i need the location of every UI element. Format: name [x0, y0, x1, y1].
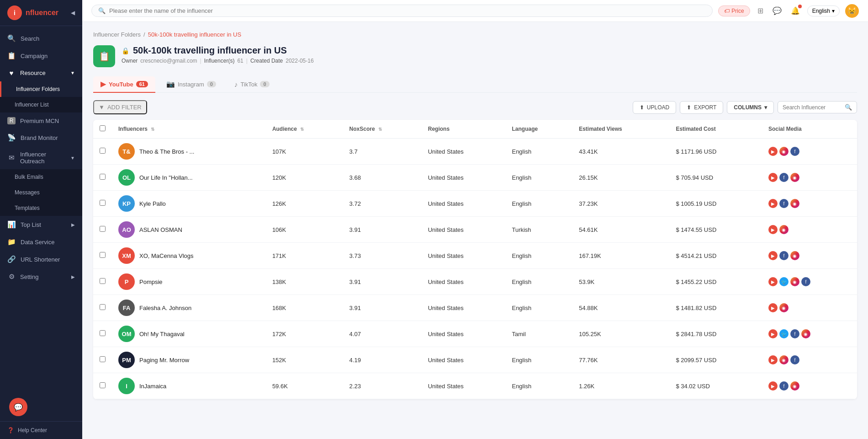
columns-button[interactable]: COLUMNS ▾	[727, 101, 774, 114]
ig-icon: ◉	[779, 225, 789, 234]
chevron-down-icon: ▾	[832, 8, 835, 14]
upload-button[interactable]: ⬆ UPLOAD	[633, 101, 676, 114]
search-icon: 🔍	[845, 104, 852, 111]
social-media-cell: ▶f◉	[762, 165, 857, 191]
sidebar-item-setting[interactable]: ⚙ Setting ▶	[0, 268, 82, 285]
fb-icon: f	[790, 329, 799, 338]
yt-icon: ▶	[768, 173, 778, 182]
topbar-search-input[interactable]	[109, 7, 706, 14]
col-audience[interactable]: Audience ⇅	[266, 120, 343, 139]
influencer-name[interactable]: Falesha A. Johnson	[139, 305, 191, 311]
row-checkbox[interactable]	[100, 174, 106, 180]
chevron-down-icon: ▼	[70, 155, 75, 161]
export-label: EXPORT	[694, 104, 716, 111]
breadcrumb: Influencer Folders / 50k-100k travelling…	[93, 31, 857, 38]
language-selector[interactable]: English ▾	[807, 5, 840, 16]
row-checkbox[interactable]	[100, 356, 106, 362]
audience-cell: 59.6K	[266, 373, 343, 399]
sidebar-item-templates[interactable]: Templates	[0, 200, 82, 216]
help-center-item[interactable]: ❓ Help Center	[7, 427, 75, 434]
tab-youtube[interactable]: ▶ YouTube 61	[93, 76, 155, 93]
sidebar-item-messages[interactable]: Messages	[0, 185, 82, 200]
page-title-block: 🔒 50k-100k travelling influencer in US O…	[122, 45, 314, 64]
sidebar-item-influencer-folders[interactable]: Influencer Folders	[0, 81, 82, 97]
social-media-cell: ▶◉f	[762, 139, 857, 165]
social-media-cell: ▶◉f	[762, 347, 857, 373]
sidebar-sub-outreach: Bulk Emails Messages Templates	[0, 169, 82, 216]
chat-fab-button[interactable]: 💬	[9, 398, 27, 416]
influencer-name[interactable]: Paging Mr. Morrow	[139, 357, 189, 364]
row-checkbox[interactable]	[100, 226, 106, 232]
sidebar-item-top-list[interactable]: 📊 Top List ▶	[0, 216, 82, 233]
sidebar-item-data-service[interactable]: 📁 Data Service	[0, 233, 82, 251]
audience-cell: 120K	[266, 165, 343, 191]
influencer-name[interactable]: XO, MaCenna Vlogs	[139, 252, 194, 259]
columns-label: COLUMNS	[734, 104, 762, 111]
sidebar-item-url-shortener[interactable]: 🔗 URL Shortener	[0, 251, 82, 268]
col-noxscore[interactable]: NoxScore ⇅	[343, 120, 422, 139]
fb-icon: f	[801, 277, 810, 286]
audience-cell: 168K	[266, 295, 343, 321]
est-cost-cell: $ 1005.19 USD	[669, 191, 762, 217]
row-checkbox[interactable]	[100, 252, 106, 258]
sidebar-item-label: Campaign	[21, 53, 48, 59]
influencer-name[interactable]: Our Life In "Hollan...	[139, 174, 193, 181]
row-checkbox[interactable]	[100, 304, 106, 310]
influencer-search-input[interactable]	[783, 104, 842, 111]
col-influencers[interactable]: Influencers ⇅	[112, 120, 266, 139]
breadcrumb-parent[interactable]: Influencer Folders	[93, 31, 141, 38]
influencer-name[interactable]: Pompsie	[139, 278, 163, 285]
row-checkbox[interactable]	[100, 278, 106, 284]
sidebar-item-influencer-outreach[interactable]: ✉ Influencer Outreach ▼	[0, 146, 82, 169]
sidebar-item-brand-monitor[interactable]: 📡 Brand Monitor	[0, 129, 82, 146]
price-button[interactable]: 🏷 Price	[718, 5, 750, 16]
sidebar-sub-resource: Influencer Folders Influencer List	[0, 81, 82, 112]
sidebar-item-label: URL Shortener	[21, 256, 60, 263]
sidebar-item-resource[interactable]: ♥ Resource ▼	[0, 64, 82, 81]
language-cell: English	[505, 165, 572, 191]
row-checkbox[interactable]	[100, 200, 106, 206]
tab-instagram[interactable]: 📷 Instagram 0	[159, 76, 223, 93]
fb-icon: f	[790, 355, 799, 364]
influencers-label: Influencer(s)	[204, 58, 235, 64]
grid-view-button[interactable]: ⊞	[756, 5, 765, 17]
influencer-name[interactable]: Theo & The Bros - ...	[139, 148, 194, 155]
influencer-name[interactable]: Kyle Pallo	[139, 200, 166, 207]
est-cost-cell: $ 1481.82 USD	[669, 295, 762, 321]
sidebar-item-influencer-list[interactable]: Influencer List	[0, 97, 82, 112]
resource-icon: ♥	[7, 69, 16, 77]
row-checkbox[interactable]	[100, 330, 106, 336]
sidebar-item-label: Influencer List	[15, 102, 49, 108]
influencer-name[interactable]: InJamaica	[139, 383, 166, 390]
tab-tiktok[interactable]: ♪ TikTok 0	[227, 77, 277, 93]
sidebar-collapse-btn[interactable]: ◀	[71, 10, 75, 16]
influencer-avatar: FA	[118, 300, 135, 316]
social-media-cell: ▶f◉	[762, 191, 857, 217]
page-content: Influencer Folders / 50k-100k travelling…	[82, 22, 868, 439]
row-checkbox[interactable]	[100, 382, 106, 388]
row-checkbox[interactable]	[100, 148, 106, 154]
audience-cell: 171K	[266, 243, 343, 269]
sidebar-item-search[interactable]: 🔍 Search	[0, 30, 82, 47]
search-icon: 🔍	[98, 7, 106, 14]
sidebar-item-premium-mcn[interactable]: R Premium MCN	[0, 112, 82, 129]
chat-icon-button[interactable]: 💬	[771, 5, 783, 17]
sidebar-item-campaign[interactable]: 📋 Campaign	[0, 47, 82, 64]
language-label: English	[812, 8, 830, 14]
sidebar-item-label: Premium MCN	[20, 118, 59, 124]
influencer-name[interactable]: Oh! My Thagaval	[139, 331, 185, 337]
social-media-cell: ▶f◉	[762, 373, 857, 399]
help-center-label: Help Center	[18, 427, 47, 434]
select-all-checkbox[interactable]	[100, 125, 106, 131]
notification-button[interactable]: 🔔	[789, 5, 802, 17]
export-button[interactable]: ⬆ EXPORT	[680, 101, 723, 114]
influencer-name[interactable]: ASLAN OSMAN	[139, 226, 182, 233]
yt-icon: ▶	[768, 355, 778, 364]
tab-instagram-label: Instagram	[178, 81, 204, 88]
page-header: 📋 🔒 50k-100k travelling influencer in US…	[93, 45, 857, 67]
sidebar-item-bulk-emails[interactable]: Bulk Emails	[0, 169, 82, 185]
user-avatar[interactable]: 😸	[845, 4, 859, 18]
add-filter-button[interactable]: ▼ ADD FILTER	[93, 100, 147, 114]
sidebar: i nfluencer ◀ 🔍 Search 📋 Campaign ♥ Reso…	[0, 0, 82, 439]
ig-icon: ◉	[790, 199, 799, 208]
